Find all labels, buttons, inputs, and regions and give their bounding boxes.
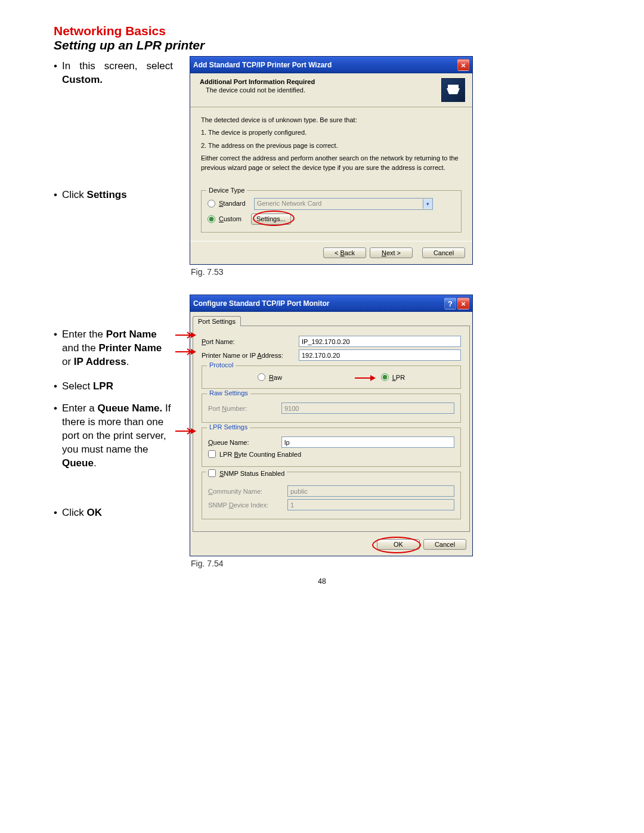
radio-standard-label: Standard — [219, 199, 246, 208]
close-icon[interactable]: × — [457, 298, 469, 309]
port-number-input — [281, 402, 454, 414]
printer-icon — [441, 78, 465, 102]
instruction-step-3: • Enter the Port Name and the Printer Na… — [54, 328, 173, 369]
port-number-label: Port Number: — [208, 405, 277, 412]
wizard-body-text: The detected device is of unknown type. … — [201, 116, 462, 125]
next-button[interactable]: Next > — [370, 247, 413, 258]
instruction-step-6: • Click OK — [54, 506, 173, 520]
radio-raw[interactable] — [258, 373, 265, 381]
instruction-step-5: • Enter a Queue Name. If there is more t… — [54, 402, 173, 470]
dialog-titlebar: Configure Standard TCP/IP Port Monitor ?… — [190, 295, 472, 312]
dialog-title: Configure Standard TCP/IP Port Monitor — [193, 299, 443, 308]
figure-caption: Fig. 7.54 — [191, 559, 476, 568]
instruction-step-1: • In this screen, select Custom. — [54, 60, 173, 87]
printer-ip-input[interactable] — [299, 349, 461, 361]
page-number: 48 — [318, 577, 326, 586]
wizard-title: Add Standard TCP/IP Printer Port Wizard — [193, 61, 456, 69]
port-name-label: Port Name: — [202, 338, 294, 345]
wizard-titlebar: Add Standard TCP/IP Printer Port Wizard … — [190, 57, 472, 73]
close-icon[interactable]: × — [457, 59, 469, 71]
printer-ip-label: Printer Name or IP Address: — [202, 352, 294, 359]
radio-lpr-label: LPR — [392, 374, 405, 381]
lpr-settings-legend: LPR Settings — [207, 423, 250, 431]
wizard-header-title: Additional Port Information Required — [200, 78, 315, 85]
instruction-step-2: • Click Settings — [54, 188, 173, 202]
snmp-checkbox[interactable] — [208, 469, 216, 477]
radio-standard[interactable] — [208, 200, 215, 208]
radio-custom[interactable] — [208, 215, 215, 223]
settings-button[interactable]: Settings... — [251, 213, 291, 225]
back-button[interactable]: < Back — [323, 247, 366, 258]
snmp-index-label: SNMP Device Index: — [208, 501, 283, 509]
arrow-icon — [355, 374, 376, 382]
radio-lpr[interactable] — [381, 373, 389, 381]
port-name-input[interactable] — [299, 336, 461, 347]
fieldset-legend: Device Type — [206, 186, 247, 195]
tab-port-settings[interactable]: Port Settings — [193, 316, 241, 326]
wizard-header-sub: The device could not be identified. — [206, 86, 435, 94]
figure-caption: Fig. 7.53 — [191, 267, 476, 277]
wizard-body-text: Either correct the address and perform a… — [201, 154, 462, 172]
cancel-button[interactable]: Cancel — [423, 539, 466, 550]
wizard-body-text: 1. The device is properly configured. — [201, 128, 462, 137]
wizard-header: Additional Port Information Required The… — [190, 73, 472, 107]
community-input — [287, 485, 454, 497]
protocol-legend: Protocol — [207, 361, 236, 368]
raw-settings-legend: Raw Settings — [207, 389, 250, 397]
lpr-byte-label: LPR Byte Counting Enabled — [219, 451, 301, 458]
page-heading: Networking Basics — [54, 24, 590, 38]
wizard-body-text: 2. The address on the previous page is c… — [201, 141, 462, 150]
device-type-select[interactable]: Generic Network Card▾ — [254, 198, 433, 210]
help-icon[interactable]: ? — [444, 298, 456, 309]
port-monitor-dialog: Configure Standard TCP/IP Port Monitor ?… — [190, 295, 473, 556]
ok-button[interactable]: OK — [377, 539, 420, 550]
snmp-label: SNMP Status Enabled — [219, 470, 284, 477]
queue-name-input[interactable] — [281, 436, 454, 448]
instruction-step-4: • Select LPR — [54, 380, 173, 394]
community-label: Community Name: — [208, 488, 283, 495]
radio-custom-label: Custom — [219, 215, 242, 224]
page-subheading: Setting up an LPR printer — [54, 38, 590, 52]
wizard-dialog: Add Standard TCP/IP Printer Port Wizard … — [190, 56, 473, 265]
snmp-index-input — [287, 499, 454, 510]
cancel-button[interactable]: Cancel — [422, 247, 465, 258]
queue-name-label: Queue Name: — [208, 439, 277, 446]
lpr-byte-checkbox[interactable] — [208, 450, 216, 458]
chevron-down-icon: ▾ — [423, 199, 432, 209]
radio-raw-label: Raw — [269, 374, 282, 381]
